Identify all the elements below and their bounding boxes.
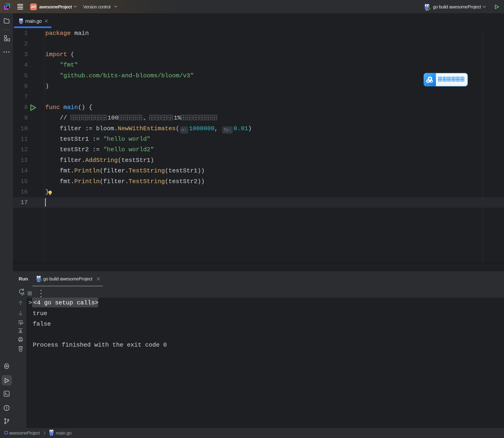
svg-text:GO: GO — [6, 5, 9, 7]
